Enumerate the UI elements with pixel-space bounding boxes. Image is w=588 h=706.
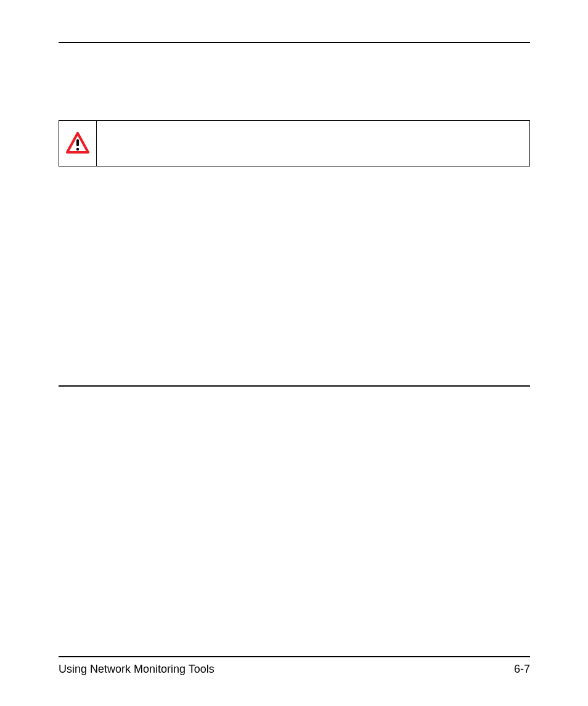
svg-point-1: [76, 148, 79, 150]
warning-icon: [65, 132, 90, 155]
footer-page-number: 6-7: [514, 663, 530, 676]
warning-icon-cell: [59, 121, 97, 166]
svg-rect-0: [76, 139, 79, 146]
middle-divider: [59, 385, 530, 387]
warning-text-cell: [97, 121, 529, 166]
footer-divider: [59, 656, 530, 657]
warning-callout: [59, 120, 530, 166]
top-divider: [59, 42, 530, 43]
footer-left-text: Using Network Monitoring Tools: [59, 663, 214, 676]
document-page: Using Network Monitoring Tools 6-7: [0, 0, 588, 706]
